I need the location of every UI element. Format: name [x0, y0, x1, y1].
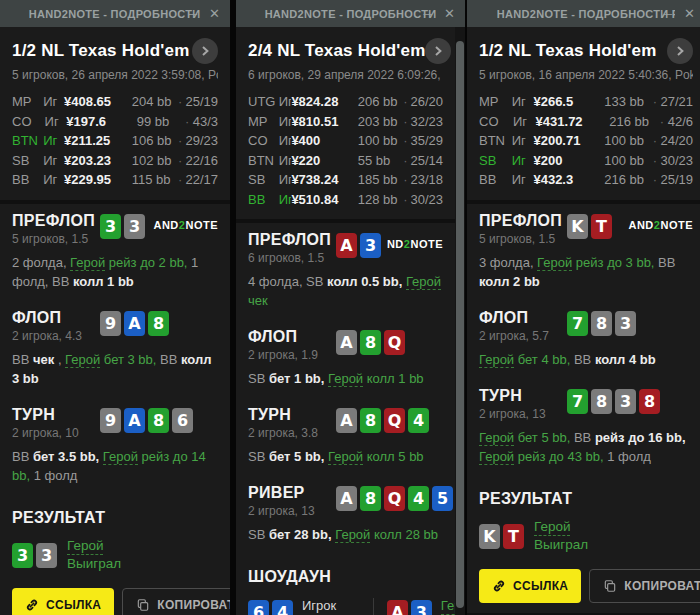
close-icon[interactable]: ✕ [444, 7, 455, 20]
logo-text: AND [628, 219, 653, 231]
player-position: MP [479, 94, 512, 109]
streets-container: ПРЕФЛОП 6 игроков, 1.5 A3 ND2NOTE 4 фолд… [236, 223, 455, 615]
player-role-link[interactable]: Иг [43, 133, 57, 148]
scrollbar-thumb[interactable] [456, 41, 464, 608]
chevron-right-icon [433, 45, 443, 57]
hand-header-panel: 1/2 NL Texas Hold'em 5 игроков, 16 апрел… [467, 27, 700, 200]
chevron-right-icon [675, 45, 685, 57]
result-heading: РЕЗУЛЬТАТ [479, 490, 693, 508]
hand2note-logo: AND2NOTE [153, 219, 218, 231]
player-amount: ¥220 [291, 153, 357, 168]
player-role-link: Иг [43, 172, 57, 187]
player-amount: ¥203.23 [64, 153, 132, 168]
street-info: 2 игрока, 10 [12, 426, 100, 440]
copy-button[interactable]: КОПИРОВАТЬ [589, 569, 700, 603]
action-text: бет 28 bb, [269, 527, 332, 542]
player-position: BB [248, 192, 279, 207]
card: 4 [408, 408, 429, 433]
window-controls: ─ ✕ [664, 0, 695, 27]
hand2note-desktop: HAND2NOTE - ПОДРОБНОСТИ РАЗД. ─ ✕ 1/2 NL… [0, 0, 700, 615]
separator-dot: · [400, 133, 410, 148]
hero-link[interactable]: Герой [328, 371, 363, 387]
player-role-link[interactable]: Иг [279, 192, 292, 207]
street-info: 2 игрока, 1.9 [248, 348, 336, 362]
street-info: 2 игрока, 5.7 [479, 329, 567, 343]
logo-text: NOTE [185, 219, 218, 231]
street-section: ПРЕФЛОП 6 игроков, 1.5 A3 ND2NOTE 4 фолд… [236, 223, 455, 320]
player-role: Иг [279, 133, 292, 148]
window-titlebar[interactable]: HAND2NOTE - ПОДРОБНОСТИ РАЗД. ─ ✕ [236, 0, 465, 27]
hero-link[interactable]: Герой [70, 255, 105, 271]
street-cards: A8Q45 [336, 486, 453, 511]
player-stack: 100 bb [604, 133, 649, 148]
copy-button-label: КОПИРОВАТЬ [157, 598, 230, 612]
street-cards: 7838 [567, 389, 660, 414]
link-button[interactable]: ССЫЛКА [12, 588, 114, 615]
hand-header-panel: 2/4 NL Texas Hold'em 6 игроков, 29 апрел… [236, 27, 455, 219]
player-role: Иг [279, 153, 292, 168]
next-hand-button[interactable] [667, 38, 693, 64]
action-text: колл 1 bb [363, 371, 423, 386]
player-amount: ¥400 [291, 133, 357, 148]
hero-link[interactable]: Герой [537, 255, 572, 271]
player-stack: 115 bb [132, 172, 175, 187]
hero-link[interactable]: Герой [335, 527, 370, 543]
minimize-icon[interactable]: ─ [664, 8, 673, 20]
close-icon[interactable]: ✕ [684, 7, 695, 20]
card: K [567, 214, 588, 239]
player-row: SB Иг ¥200 100 bb · 30/23 [479, 151, 693, 171]
hero-link[interactable]: Герой [479, 352, 514, 368]
showdown-player: 64 Игрок Пара Проиграл [248, 598, 360, 615]
player-row: CO Иг ¥431.72 216 bb · 42/6 [479, 112, 693, 132]
hero-link[interactable]: Герой [479, 430, 514, 446]
player-stats: 43/3 [193, 114, 218, 129]
window-controls: ─ ✕ [424, 0, 455, 27]
card: K [479, 524, 500, 549]
player-role: Иг [279, 192, 292, 207]
hero-link[interactable]: Герой [65, 352, 100, 368]
link-button[interactable]: ССЫЛКА [479, 569, 581, 603]
action-text: колл 28 bb [370, 527, 438, 542]
next-hand-button[interactable] [425, 38, 451, 64]
hero-link[interactable]: Герой [479, 449, 514, 465]
player-position: MP [12, 94, 43, 109]
hero-link[interactable]: Герой [328, 449, 363, 465]
player-amount: ¥432.3 [533, 172, 604, 187]
action-line: SB бет 28 bb, Герой колл 28 bb [248, 525, 443, 544]
action-line: BB бет 3.5 bb, Герой рейз до 14 bb, 1 фо… [12, 447, 218, 485]
hero-link[interactable]: Герой [406, 274, 441, 290]
card: Q [384, 408, 405, 433]
copy-button[interactable]: КОПИРОВАТЬ [122, 588, 230, 615]
player-position: CO [12, 114, 45, 129]
player-stats: 35/29 [410, 133, 443, 148]
street-cards: 783 [567, 311, 636, 336]
hero-link[interactable]: Герой [534, 518, 570, 536]
window-titlebar[interactable]: HAND2NOTE - ПОДРОБНОСТИ РАЗД. ─ ✕ [0, 0, 230, 27]
window-content: 1/2 NL Texas Hold'em 5 игроков, 16 апрел… [467, 27, 700, 615]
player-role-link: Иг [279, 133, 292, 148]
minimize-icon[interactable]: ─ [189, 8, 198, 20]
hand-details-window: HAND2NOTE - ПОДРОБНОСТИ РАЗД. ─ ✕ 2/4 NL… [236, 0, 465, 615]
card: A [124, 408, 145, 433]
next-hand-button[interactable] [192, 38, 218, 64]
action-text: бет 1 bb, [269, 371, 324, 386]
player-stats: 22/17 [185, 172, 218, 187]
street-section: ТУРН 2 игрока, 13 7838 Герой бет 5 bb, B… [467, 379, 700, 476]
player-position: SB [248, 172, 279, 187]
window-content: 2/4 NL Texas Hold'em 6 игроков, 29 апрел… [236, 27, 465, 615]
card: A [124, 311, 145, 336]
players-table: MP Иг ¥408.65 204 bb · 25/19 CO Иг ¥197.… [12, 92, 218, 190]
hero-link[interactable]: Герой [103, 449, 138, 465]
hero-link[interactable]: Герой [67, 537, 103, 555]
player-position: BB [12, 172, 43, 187]
player-stats: 27/21 [660, 94, 693, 109]
window-controls: ─ ✕ [189, 0, 220, 27]
minimize-icon[interactable]: ─ [424, 8, 433, 20]
close-icon[interactable]: ✕ [209, 7, 220, 20]
card: 4 [272, 600, 293, 615]
player-row: MP Иг ¥408.65 204 bb · 25/19 [12, 92, 218, 112]
copy-icon [136, 598, 150, 612]
window-titlebar[interactable]: HAND2NOTE - ПОДРОБНОСТИ РАЗД ─ ✕ [467, 0, 700, 27]
player-stack: 55 bb [358, 153, 401, 168]
player-role-link[interactable]: Иг [512, 153, 526, 168]
